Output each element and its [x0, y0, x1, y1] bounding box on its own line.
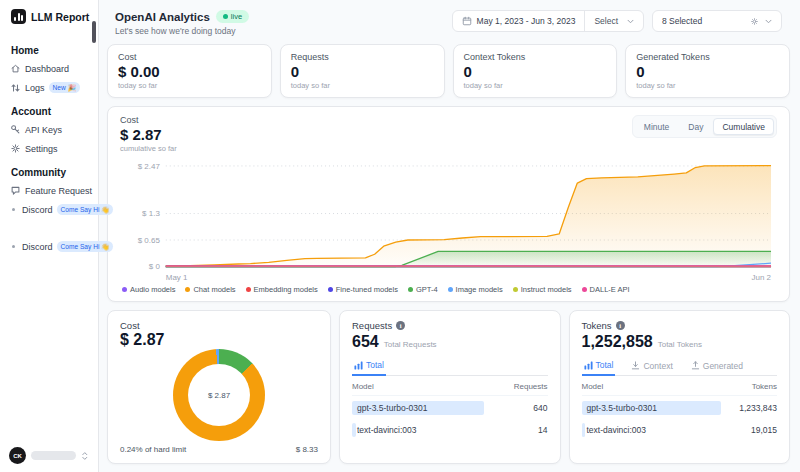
svg-text:Jun 2: Jun 2	[752, 273, 772, 282]
date-range-picker[interactable]: May 1, 2023 - Jun 3, 2023	[453, 11, 585, 31]
feedback-bubble-icon	[10, 185, 21, 196]
toggle-minute[interactable]: Minute	[635, 118, 679, 135]
models-select-value: 8 Selected	[662, 16, 702, 26]
bottom-cards-row: Cost $ 2.87 $ 2.87 0.24% of hard limit $…	[107, 310, 790, 464]
legend-audio-models[interactable]: Audio models	[122, 285, 175, 294]
sidebar-item-api-keys[interactable]: API Keys	[0, 120, 98, 139]
tab-context[interactable]: Context	[629, 360, 674, 375]
requests-card-title: Requests	[352, 320, 392, 331]
tab-total[interactable]: Total	[582, 360, 616, 376]
legend-dot	[408, 287, 413, 292]
chart-title: Cost	[120, 115, 177, 125]
toggle-cumulative[interactable]: Cumulative	[713, 118, 774, 135]
stat-card-generated-tokens: Generated Tokens 0 today so far	[625, 44, 790, 98]
come-say-hi-badge: Come Say Hi 👋	[57, 241, 114, 252]
tokens-tabs: Total Context Generated	[582, 360, 778, 376]
sidebar-item-discord-2[interactable]: Discord Come Say Hi 👋	[0, 237, 98, 256]
legend-fine-tuned-models[interactable]: Fine-tuned models	[328, 285, 398, 294]
tab-generated[interactable]: Generated	[689, 360, 745, 375]
brand-logo-icon	[11, 9, 26, 24]
tokens-total: 1,252,858	[582, 333, 653, 351]
info-icon[interactable]: i	[616, 321, 625, 330]
legend-image-models[interactable]: Image models	[448, 285, 503, 294]
username-skeleton	[31, 451, 76, 460]
legend-dot	[582, 287, 587, 292]
requests-tabs: Total	[352, 360, 548, 376]
stat-card-context-tokens: Context Tokens 0 today so far	[453, 44, 618, 98]
nav-heading-account: Account	[0, 106, 98, 117]
table-row[interactable]: text-davinci:003 19,015	[582, 420, 778, 440]
tokens-card: Tokens i 1,252,858 Total Tokens Total Co…	[569, 310, 791, 464]
donut-center-label: $ 2.87	[208, 391, 230, 400]
toggle-day[interactable]: Day	[679, 118, 712, 135]
come-say-hi-badge: Come Say Hi 👋	[57, 204, 114, 215]
table-row[interactable]: gpt-3.5-turbo-0301 640	[352, 398, 548, 418]
cost-area-chart[interactable]: $ 2.47$ 1.3$ 0.65$ 0May 1Jun 2	[120, 155, 777, 284]
legend-dot	[246, 287, 251, 292]
gear-icon	[10, 143, 21, 154]
page-subtitle: Let's see how we're doing today	[115, 26, 249, 36]
sidebar-item-dashboard[interactable]: Dashboard	[0, 59, 98, 78]
settings-icon[interactable]	[750, 17, 759, 26]
sidebar-item-label: Dashboard	[25, 64, 69, 74]
svg-text:May 1: May 1	[166, 273, 188, 282]
svg-text:$ 1.3: $ 1.3	[142, 209, 160, 218]
info-icon[interactable]: i	[396, 321, 405, 330]
granularity-toggle: Minute Day Cumulative	[632, 115, 777, 138]
sidebar-item-discord-1[interactable]: Discord Come Say Hi 👋	[0, 200, 98, 219]
nav-heading-community: Community	[0, 167, 98, 178]
home-icon	[10, 63, 21, 74]
hard-limit-amount: $ 8.33	[296, 445, 318, 454]
bar-chart-icon	[584, 361, 593, 370]
sidebar-scrollbar-thumb[interactable]	[92, 21, 96, 43]
stat-card-cost: Cost $ 0.00 today so far	[107, 44, 272, 98]
table-row[interactable]: text-davinci:003 14	[352, 420, 548, 440]
main-content: OpenAI Analytics live Let's see how we'r…	[99, 0, 800, 472]
app-window: LLM Report Home Dashboard Logs New 🎉 Acc…	[0, 0, 800, 472]
nav-heading-home: Home	[0, 45, 98, 56]
sidebar-item-label: Feature Request	[25, 186, 92, 196]
cost-donut[interactable]: $ 2.87	[173, 349, 265, 441]
sidebar-item-label: Discord	[22, 205, 53, 215]
legend-instruct-models[interactable]: Instruct models	[513, 285, 572, 294]
sidebar: LLM Report Home Dashboard Logs New 🎉 Acc…	[0, 0, 99, 472]
requests-card: Requests i 654 Total Requests Total Mode…	[339, 310, 561, 464]
brand-name: LLM Report	[31, 11, 89, 23]
page-title: OpenAI Analytics	[115, 11, 210, 23]
sidebar-item-label: API Keys	[25, 125, 62, 135]
sidebar-item-logs[interactable]: Logs New 🎉	[0, 78, 98, 97]
svg-text:$ 0.65: $ 0.65	[138, 236, 161, 245]
legend-dalle-api[interactable]: DALL-E API	[582, 285, 630, 294]
sidebar-item-settings[interactable]: Settings	[0, 139, 98, 158]
chevron-updown-icon	[81, 451, 89, 461]
tokens-caption: Total Tokens	[658, 340, 702, 349]
legend-dot	[185, 287, 190, 292]
cost-chart-card: Cost $ 2.87 cumulative so far Minute Day…	[107, 106, 790, 302]
stat-card-requests: Requests 0 today so far	[280, 44, 445, 98]
brand[interactable]: LLM Report	[0, 9, 98, 24]
legend-dot	[448, 287, 453, 292]
tokens-card-title: Tokens	[582, 320, 612, 331]
header-controls: May 1, 2023 - Jun 3, 2023 Select 8 Selec…	[452, 10, 782, 32]
svg-text:$ 2.47: $ 2.47	[138, 162, 161, 171]
sidebar-item-feature-request[interactable]: Feature Request	[0, 181, 98, 200]
tokens-table-header: ModelTokens	[582, 376, 778, 396]
table-row[interactable]: gpt-3.5-turbo-0301 1,233,843	[582, 398, 778, 418]
models-select[interactable]: 8 Selected	[652, 10, 782, 32]
chevron-down-icon	[765, 19, 772, 24]
legend-dot	[328, 287, 333, 292]
page-header: OpenAI Analytics live Let's see how we'r…	[107, 8, 790, 36]
chart-subtitle: cumulative so far	[120, 144, 177, 153]
user-account-selector[interactable]: CK	[0, 447, 98, 464]
svg-text:$ 0: $ 0	[149, 262, 161, 271]
arrow-up-icon	[691, 361, 700, 370]
date-preset-select[interactable]: Select	[585, 11, 643, 31]
chart-total-value: $ 2.87	[120, 126, 177, 143]
legend-gpt4[interactable]: GPT-4	[408, 285, 438, 294]
sidebar-item-label: Logs	[25, 83, 45, 93]
stats-row: Cost $ 0.00 today so far Requests 0 toda…	[107, 44, 790, 98]
legend-embedding-models[interactable]: Embedding models	[246, 285, 318, 294]
legend-chat-models[interactable]: Chat models	[185, 285, 235, 294]
tab-total[interactable]: Total	[352, 360, 386, 376]
bullet-icon	[12, 245, 15, 248]
